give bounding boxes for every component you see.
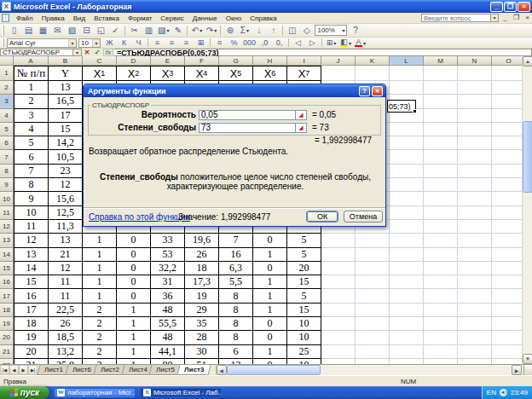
cell-M5[interactable] [424, 123, 458, 136]
column-header-K[interactable]: K [356, 56, 390, 66]
borders-button[interactable]: ⊞▾ [325, 38, 338, 48]
scroll-right-icon[interactable]: ▶ [512, 365, 522, 375]
cell-H15[interactable]: 0 [253, 262, 287, 275]
cell-L13[interactable] [390, 234, 424, 247]
row-header-16[interactable]: 16 [0, 275, 14, 289]
cell-I16[interactable]: 15 [287, 275, 321, 289]
column-header-C[interactable]: C [83, 56, 117, 66]
mail-button[interactable]: ✉ [51, 25, 64, 36]
cell-E18[interactable]: 48 [151, 304, 185, 317]
cell-L1[interactable] [390, 66, 424, 81]
decrease-decimal-button[interactable]: 0, [273, 38, 286, 48]
formula-input[interactable]: =СТЬЮДРАСПОБР(0,05;73) [114, 49, 532, 56]
cell-A15[interactable]: 14 [14, 262, 49, 275]
cell-K14[interactable] [356, 248, 390, 262]
tab-scroll-first-icon[interactable]: |◀ [0, 365, 9, 375]
name-box-dropdown-icon[interactable]: ▾ [73, 49, 82, 56]
cell-L16[interactable] [390, 275, 424, 289]
cell-C18[interactable]: 2 [83, 304, 117, 317]
cell-M17[interactable] [424, 289, 458, 303]
zoom-button[interactable]: 100%▾ [315, 25, 347, 36]
cell-N11[interactable] [458, 206, 492, 220]
cell-O9[interactable] [492, 178, 522, 192]
cell-C15[interactable]: 1 [83, 262, 117, 275]
cell-F21[interactable]: 30 [185, 345, 219, 359]
cell-L12[interactable] [390, 220, 424, 234]
cell-G15[interactable]: 6,3 [219, 262, 253, 275]
cell-C1[interactable]: X1 [83, 66, 117, 81]
cell-J13[interactable] [321, 234, 356, 247]
cell-A12[interactable]: 11 [14, 220, 49, 234]
dialog-title-bar[interactable]: Аргументы функции ? × [84, 84, 385, 97]
cell-M8[interactable] [424, 165, 458, 178]
menu-item-view[interactable]: Вид [69, 14, 90, 23]
cell-M18[interactable] [424, 304, 458, 317]
cell-N8[interactable] [458, 165, 492, 178]
cell-E13[interactable]: 33 [151, 234, 185, 247]
cell-N14[interactable] [458, 248, 492, 262]
cell-N5[interactable] [458, 123, 492, 136]
cell-D13[interactable]: 0 [117, 234, 151, 247]
scroll-up-icon[interactable]: ▲ [523, 56, 532, 66]
cell-O10[interactable] [492, 192, 522, 205]
tab-split-handle[interactable] [523, 365, 532, 375]
cell-O5[interactable] [492, 123, 522, 136]
cell-N3[interactable] [458, 95, 492, 108]
cell-L10[interactable] [390, 192, 424, 205]
row-header-11[interactable]: 11 [0, 206, 14, 220]
cell-K13[interactable] [356, 234, 390, 247]
toolbar-grip[interactable] [2, 38, 4, 47]
cell-B7[interactable]: 10,5 [49, 150, 83, 164]
tab-scroll-prev-icon[interactable]: ◀ [9, 365, 19, 375]
cell-M12[interactable] [424, 220, 458, 234]
cell-A19[interactable]: 18 [14, 317, 49, 331]
row-header-1[interactable]: 1 [0, 66, 14, 81]
cell-B15[interactable]: 12 [49, 262, 83, 275]
cell-G21[interactable]: 6 [219, 345, 253, 359]
cell-D14[interactable]: 0 [117, 248, 151, 262]
taskbar-item-excel[interactable]: XMicrosoft Excel - Лаб... [140, 388, 222, 398]
ok-button[interactable]: ОК [306, 211, 338, 223]
cell-C20[interactable]: 2 [83, 331, 117, 344]
sheet-tab-6[interactable]: Лист3 [177, 365, 211, 375]
workbook-close-button[interactable]: × [523, 14, 532, 22]
menu-item-format[interactable]: Формат [124, 14, 156, 23]
cell-D19[interactable]: 1 [117, 317, 151, 331]
scroll-left-icon[interactable]: ◀ [217, 365, 227, 375]
column-header-I[interactable]: I [287, 56, 321, 66]
align-center-button[interactable]: ≡ [165, 38, 178, 48]
row-header-5[interactable]: 5 [0, 123, 14, 136]
cell-O11[interactable] [492, 206, 522, 220]
cell-B5[interactable]: 15 [49, 123, 83, 136]
row-header-7[interactable]: 7 [0, 150, 14, 164]
menu-item-data[interactable]: Данные [188, 14, 222, 23]
italic-button[interactable]: К [118, 38, 130, 48]
row-header-3[interactable]: 3 [0, 95, 14, 108]
hyperlink-button[interactable]: ⊛ [223, 25, 236, 36]
decrease-indent-button[interactable]: ◁ [292, 38, 304, 48]
cell-C16[interactable]: 1 [83, 275, 117, 289]
taskbar-item-word[interactable]: Wлабораторная - Micr... [54, 388, 136, 398]
cell-L9[interactable] [390, 178, 424, 192]
cell-M3[interactable] [424, 95, 458, 108]
cell-L14[interactable] [390, 248, 424, 262]
sort-descending-button[interactable]: ↑ [267, 25, 280, 36]
cell-E17[interactable]: 36 [151, 289, 185, 303]
horizontal-scroll-thumb[interactable] [227, 365, 321, 375]
row-header-19[interactable]: 19 [0, 317, 14, 331]
cell-O21[interactable] [492, 345, 522, 359]
horizontal-scrollbar[interactable]: ◀ ▶ [216, 365, 532, 375]
workbook-restore-button[interactable]: ❐ [512, 14, 521, 22]
minimize-button[interactable]: _ [490, 2, 503, 12]
cell-D1[interactable]: X2 [117, 66, 151, 81]
cell-F1[interactable]: X4 [185, 66, 219, 81]
range-picker-icon[interactable]: ◢ [296, 110, 307, 120]
cell-M4[interactable] [424, 109, 458, 123]
print-preview-button[interactable]: ◱ [95, 25, 107, 36]
cell-A17[interactable]: 16 [14, 289, 49, 303]
cell-L18[interactable] [390, 304, 424, 317]
column-header-N[interactable]: N [458, 56, 492, 66]
cell-B16[interactable]: 11 [49, 275, 83, 289]
row-header-13[interactable]: 13 [0, 234, 14, 247]
range-picker-icon[interactable]: ◢ [296, 123, 307, 133]
